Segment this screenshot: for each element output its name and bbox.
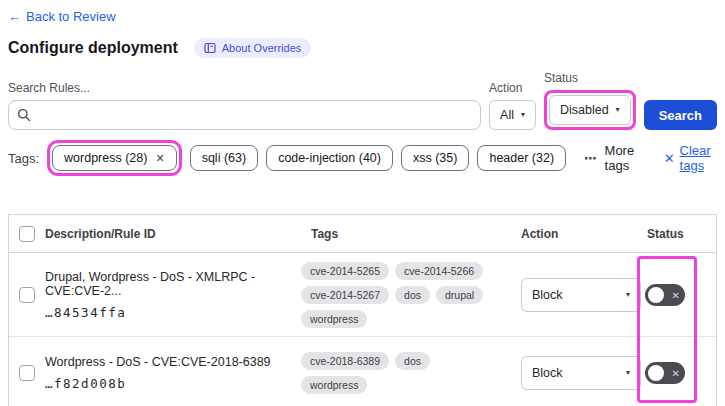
caret-down-icon: ▾ [616, 106, 620, 114]
rule-description: Drupal, Wordpress - DoS - XMLRPC - CVE:C… [45, 270, 287, 298]
tag-chip-label: header (32) [489, 151, 554, 165]
configure-deployment-page: ← Back to Review Configure deployment Ab… [0, 0, 725, 406]
toggle-x-icon: ✕ [672, 289, 680, 300]
rule-id: …84534ffa [45, 305, 287, 320]
tag-chip-label: xss (35) [413, 151, 457, 165]
column-header-status: Status [637, 227, 716, 241]
search-rules-input[interactable] [8, 100, 481, 130]
status-toggle[interactable]: ✕ [645, 362, 685, 384]
action-dropdown[interactable]: Block ▾ [521, 356, 641, 390]
more-tags-label: More tags [605, 143, 640, 173]
tag-chip-label: code-injection (40) [278, 151, 381, 165]
toggle-x-icon: ✕ [672, 368, 680, 379]
title-row: Configure deployment About Overrides [8, 38, 717, 58]
search-rules-label: Search Rules... [8, 81, 481, 95]
rule-tags: cve-2014-5265 cve-2014-5266 cve-2014-526… [301, 262, 511, 328]
clear-tags-label: Clear tags [680, 143, 717, 173]
about-overrides-badge[interactable]: About Overrides [194, 38, 311, 58]
rule-tag-pill: cve-2014-5266 [395, 262, 483, 280]
book-icon [204, 42, 216, 54]
tag-chip-header[interactable]: header (32) [477, 145, 566, 171]
rule-tags: cve-2018-6389 dos wordpress [301, 352, 511, 394]
clear-tags-x-icon: ✕ [664, 151, 675, 166]
rule-tag-pill: cve-2014-5267 [301, 286, 389, 304]
rule-tag-pill: drupal [436, 286, 483, 304]
status-filter-value: Disabled [560, 103, 609, 117]
action-value: Block [532, 366, 563, 380]
rules-table: Description/Rule ID Tags Action Status D… [8, 214, 717, 406]
toggle-knob [648, 287, 664, 303]
tags-bar: Tags: wordpress (28) ✕ sqli (63) code-in… [8, 140, 717, 176]
about-overrides-label: About Overrides [222, 42, 301, 54]
action-dropdown[interactable]: Block ▾ [521, 278, 641, 312]
back-arrow-icon: ← [8, 9, 21, 24]
caret-down-icon: ▾ [626, 291, 630, 299]
rule-tag-pill: wordpress [301, 376, 367, 394]
page-title: Configure deployment [8, 39, 178, 57]
tag-chip-xss[interactable]: xss (35) [401, 145, 469, 171]
action-filter-label: Action [489, 81, 536, 95]
select-all-checkbox[interactable] [19, 226, 35, 242]
rule-tag-pill: dos [395, 286, 430, 304]
column-header-description: Description/Rule ID [45, 227, 301, 241]
rule-tag-pill: cve-2014-5265 [301, 262, 389, 280]
column-header-tags: Tags [301, 227, 511, 241]
more-tags-button[interactable]: ⋯ More tags [584, 143, 640, 173]
row-checkbox[interactable] [19, 365, 35, 381]
caret-down-icon: ▾ [521, 111, 525, 119]
filters-row: Search Rules... Action All ▾ Status Disa… [8, 71, 717, 130]
selected-tag-highlight: wordpress (28) ✕ [47, 140, 182, 176]
toggle-knob [648, 365, 664, 381]
action-filter-value: All [500, 108, 514, 122]
clear-tags-link[interactable]: ✕ Clear tags [664, 143, 717, 173]
tag-chip-code-injection[interactable]: code-injection (40) [266, 145, 393, 171]
action-filter-dropdown[interactable]: All ▾ [489, 100, 536, 130]
rule-tag-pill: wordpress [301, 310, 367, 328]
tag-chip-wordpress[interactable]: wordpress (28) ✕ [52, 145, 177, 171]
tag-chip-label: sqli (63) [202, 151, 246, 165]
tags-label: Tags: [8, 151, 39, 166]
tag-chip-label: wordpress (28) [64, 151, 147, 165]
row-checkbox[interactable] [19, 287, 35, 303]
status-filter-dropdown[interactable]: Disabled ▾ [549, 95, 631, 125]
table-row: Drupal, Wordpress - DoS - XMLRPC - CVE:C… [9, 253, 716, 337]
status-filter-highlight: Disabled ▾ [544, 90, 636, 130]
rule-tag-pill: dos [395, 352, 430, 370]
rule-id: …f82d008b [45, 376, 287, 391]
rule-description: Wordpress - DoS - CVE:CVE-2018-6389 [45, 355, 287, 369]
table-header-row: Description/Rule ID Tags Action Status [9, 215, 716, 253]
status-filter-label: Status [544, 71, 636, 85]
back-to-review-link[interactable]: ← Back to Review [8, 9, 116, 24]
rule-tag-pill: cve-2018-6389 [301, 352, 389, 370]
caret-down-icon: ▾ [626, 369, 630, 377]
action-value: Block [532, 288, 563, 302]
status-toggle[interactable]: ✕ [645, 284, 685, 306]
search-icon [17, 108, 31, 122]
ellipsis-icon: ⋯ [584, 151, 598, 166]
remove-tag-icon[interactable]: ✕ [155, 152, 164, 165]
search-button[interactable]: Search [644, 100, 717, 130]
table-row: Wordpress - DoS - CVE:CVE-2018-6389 …f82… [9, 337, 716, 406]
tag-chip-sqli[interactable]: sqli (63) [190, 145, 258, 171]
back-link-label: Back to Review [26, 9, 116, 24]
column-header-action: Action [511, 227, 637, 241]
